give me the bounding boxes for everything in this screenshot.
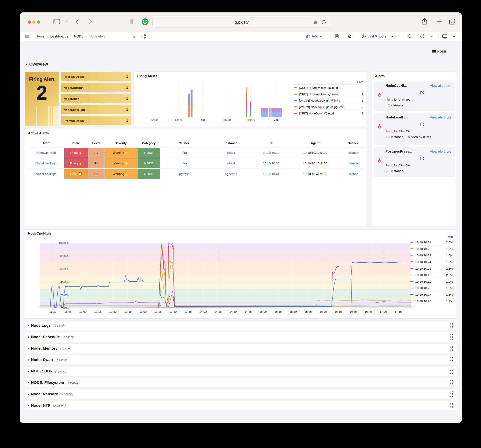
refresh-interval-chevron-icon[interactable]	[430, 32, 433, 41]
instance-link[interactable]: infra-1	[227, 162, 235, 165]
minimize-window-button[interactable]	[32, 20, 36, 24]
cluster-link[interactable]: infra	[181, 151, 187, 155]
alert-count-bar[interactable]: HaproxyDown1	[61, 72, 131, 81]
external-link-icon[interactable]	[420, 91, 424, 95]
refresh-icon[interactable]	[420, 32, 425, 41]
legend-item[interactable]: [WARN] NodeCpuHigh @ infra1	[294, 97, 363, 104]
close-window-button[interactable]	[28, 20, 31, 24]
dashboard-settings-icon[interactable]: ⚙	[347, 32, 352, 41]
row-drag-handle-icon[interactable]	[450, 323, 454, 328]
alert-count-bar[interactable]: NodeLoadHigh1	[61, 105, 131, 114]
ip-link[interactable]: 10.10.10.10	[263, 151, 279, 155]
share-dashboard-icon[interactable]	[142, 32, 146, 41]
time-range-picker[interactable]: Last 6 hours	[361, 32, 393, 41]
dashboard-row-node-filesystem[interactable]: ›NODE: Filesystem(4 panels)	[25, 378, 457, 387]
sidebar-icon[interactable]	[53, 18, 60, 24]
legend-sort-min[interactable]: Min	[410, 235, 453, 239]
row-drag-handle-icon[interactable]	[450, 369, 454, 374]
legend-item[interactable]: 10.10.10.111.9%	[410, 278, 453, 285]
legend-item[interactable]: 10.10.10.271.8%	[410, 291, 453, 298]
column-header-level[interactable]: Level	[88, 139, 104, 147]
column-header-cluster[interactable]: Cluster	[160, 139, 207, 147]
dashboard-row-node-swap[interactable]: ›Node: Swap(1 panel)	[25, 355, 457, 364]
silence-link[interactable]: silence	[348, 151, 358, 155]
column-header-agent[interactable]: Agent	[288, 139, 343, 147]
firing-alert-stat-panel[interactable]: Firing Alert 2	[25, 72, 59, 126]
back-button[interactable]	[75, 19, 79, 24]
favorite-star-icon[interactable]: ☆	[132, 32, 136, 41]
row-drag-handle-icon[interactable]	[450, 334, 454, 340]
cluster-link[interactable]: infra	[181, 162, 187, 165]
save-dashboard-icon[interactable]	[335, 32, 339, 41]
column-header-alert[interactable]: Alert	[28, 139, 64, 147]
node-row-header[interactable]: NODE	[432, 50, 446, 53]
legend-item[interactable]: [CRIT] HaproxyDown @ minio1	[294, 91, 363, 97]
address-bar[interactable]: g.pigsty A文	[152, 17, 331, 27]
silence-link[interactable]: silence	[348, 162, 358, 165]
view-alert-rule-link[interactable]: View alert rule	[430, 150, 451, 153]
column-header-severity[interactable]: Severity	[104, 139, 137, 147]
ip-link[interactable]: 10.10.10.41	[263, 172, 279, 176]
nodecpu-chart[interactable]	[40, 243, 411, 308]
row-drag-handle-icon[interactable]	[450, 391, 454, 397]
alert-count-bar[interactable]: NodeDown1	[61, 94, 131, 103]
dashboard-row-node-disk[interactable]: ›NODE: Disk(1 panel)	[25, 367, 457, 376]
new-tab-icon[interactable]	[436, 19, 442, 24]
alert-link[interactable]: NodeLoadHigh	[36, 162, 56, 165]
firing-alerts-panel[interactable]: Firing Alerts 12:0013:0014:0015:0016:001…	[134, 72, 367, 126]
legend-item[interactable]: 10.10.10.231.8%	[410, 252, 453, 258]
zoom-out-icon[interactable]	[408, 32, 412, 41]
view-alert-rule-link[interactable]: View alert rule	[430, 84, 451, 88]
legend-item[interactable]: 10.10.10.252.3%	[410, 265, 453, 272]
mega-menu-icon[interactable]	[25, 32, 30, 44]
legend-item[interactable]: 10.10.10.241.9%	[410, 258, 453, 265]
alert-count-bar[interactable]: NodeCpuHigh1	[61, 83, 131, 92]
external-link-icon[interactable]	[420, 156, 424, 161]
legend-item[interactable]: 10.10.10.212.0%	[410, 239, 453, 246]
row-drag-handle-icon[interactable]	[450, 403, 454, 408]
column-header-state[interactable]: State	[64, 139, 88, 147]
reload-icon[interactable]	[321, 19, 326, 25]
column-header-silence[interactable]: Silence	[343, 139, 364, 147]
zoom-window-button[interactable]	[37, 20, 40, 24]
row-drag-handle-icon[interactable]	[450, 380, 454, 385]
alert-link[interactable]: NodeCpuHigh	[36, 151, 56, 155]
privacy-shield-icon[interactable]	[129, 19, 134, 25]
grammarly-icon[interactable]	[142, 18, 149, 25]
column-header-category[interactable]: Category	[137, 139, 160, 147]
alert-link[interactable]: NodeLoadHigh	[36, 172, 56, 176]
legend-item[interactable]: 10.10.10.221.8%	[410, 246, 453, 252]
legend-item[interactable]: 10.10.10.281.9%	[410, 298, 453, 304]
silence-link[interactable]: silence	[348, 172, 358, 176]
forward-button[interactable]	[89, 19, 92, 24]
breadcrumb-home[interactable]: Home	[36, 34, 45, 38]
legend-item[interactable]: [CRIT] HaproxyDown @ etcd	[294, 84, 363, 91]
tv-mode-icon[interactable]	[442, 32, 447, 41]
add-panel-button[interactable]: Add	[306, 32, 322, 41]
row-drag-handle-icon[interactable]	[450, 346, 454, 351]
tab-overview-icon[interactable]	[449, 18, 455, 25]
legend-item[interactable]: 10.10.10.261.9%	[410, 285, 453, 291]
cluster-link[interactable]: pg-test	[179, 172, 188, 176]
overview-section-header[interactable]: Overview	[25, 62, 48, 67]
breadcrumb-dashboards[interactable]: Dashboards	[50, 34, 68, 38]
alert-rule-card[interactable]: NodeCpuHi...View alert ruleFiring for 27…	[374, 81, 455, 111]
alert-rule-card[interactable]: NodeLoadHi...View alert ruleFiring for 3…	[374, 113, 455, 145]
instance-link[interactable]: pg-test-1	[225, 172, 237, 176]
legend-item[interactable]: 10.10.10.102.2%	[410, 272, 453, 278]
dashboard-row-node-logs[interactable]: ›Node Logs(1 panel)	[25, 321, 457, 330]
instance-link[interactable]: infra-1	[227, 151, 235, 155]
navbar-collapse-chevron-icon[interactable]	[452, 32, 455, 41]
legend-sort-last[interactable]: Last	[294, 80, 363, 84]
firing-alerts-chart[interactable]	[138, 82, 288, 117]
row-drag-handle-icon[interactable]	[450, 357, 454, 362]
alert-instances[interactable]: › 1 instance	[386, 169, 403, 173]
breadcrumb-node[interactable]: NODE	[74, 34, 83, 38]
share-icon[interactable]	[422, 18, 427, 25]
legend-item[interactable]: [WARN] NodeCpuHigh @ pg-test2	[294, 104, 363, 110]
alert-instances[interactable]: › 1 instance, 1 hidden by filters	[386, 135, 431, 139]
external-link-icon[interactable]	[420, 122, 424, 127]
column-header-ip[interactable]: IP	[255, 139, 288, 147]
translate-icon[interactable]: A文	[312, 20, 318, 25]
legend-item[interactable]: [CRIT] NodeDown @ etcd1	[294, 110, 363, 116]
